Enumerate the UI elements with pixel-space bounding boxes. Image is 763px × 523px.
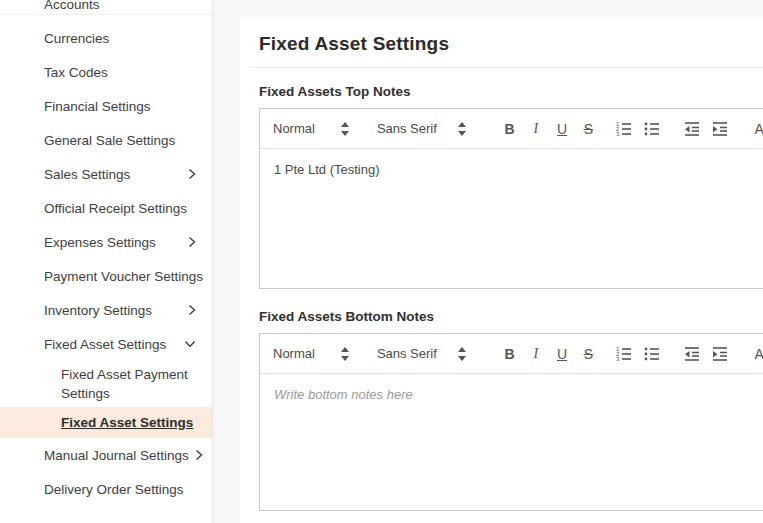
svg-text:3: 3 bbox=[616, 131, 620, 137]
settings-page: Accounts Currencies Tax Codes Financial … bbox=[0, 0, 763, 523]
sidebar-item-manual-journal-settings[interactable]: Manual Journal Settings bbox=[0, 438, 212, 472]
indent-buttons-group bbox=[683, 345, 729, 363]
chevron-right-icon bbox=[188, 236, 196, 248]
top-notes-label: Fixed Assets Top Notes bbox=[259, 84, 763, 99]
ordered-list-button[interactable]: 1 2 3 bbox=[615, 345, 633, 363]
sidebar-item-expenses-settings[interactable]: Expenses Settings bbox=[0, 225, 212, 259]
sidebar-item-label: Expenses Settings bbox=[44, 235, 156, 250]
indent-button[interactable] bbox=[711, 345, 729, 363]
sidebar-item-fixed-asset-settings-group[interactable]: Fixed Asset Settings bbox=[0, 327, 212, 361]
sidebar-item-label: Accounts bbox=[44, 0, 100, 12]
italic-button[interactable]: I bbox=[523, 109, 549, 149]
page-title: Fixed Asset Settings bbox=[259, 31, 763, 57]
sidebar-item-tax-codes[interactable]: Tax Codes bbox=[0, 55, 212, 89]
font-family-select[interactable]: Sans Serif bbox=[377, 346, 467, 361]
bold-button[interactable]: B bbox=[496, 109, 522, 149]
bullet-list-button[interactable] bbox=[643, 345, 661, 363]
format-select-value: Normal bbox=[273, 346, 315, 361]
chevron-right-icon bbox=[188, 168, 196, 180]
sidebar-item-official-receipt-settings[interactable]: Official Receipt Settings bbox=[0, 191, 212, 225]
fixed-asset-settings-panel: Fixed Asset Settings Fixed Assets Top No… bbox=[240, 17, 763, 523]
bold-button[interactable]: B bbox=[496, 334, 522, 374]
sidebar-item-financial-settings[interactable]: Financial Settings bbox=[0, 89, 212, 123]
bottom-notes-textarea[interactable]: Write bottom notes here bbox=[260, 374, 763, 510]
sidebar-item-label: Sales Settings bbox=[44, 167, 130, 182]
sidebar-item-label: Currencies bbox=[44, 31, 109, 46]
strikethrough-button[interactable]: S bbox=[575, 334, 601, 374]
format-select-value: Normal bbox=[273, 121, 315, 136]
editor-toolbar: Normal Sans Serif B I U S 1 bbox=[260, 334, 763, 374]
sidebar-item-label: General Sale Settings bbox=[44, 133, 175, 148]
sidebar-item-payment-voucher-settings[interactable]: Payment Voucher Settings bbox=[0, 259, 212, 293]
sidebar-item-fixed-asset-payment-settings[interactable]: Fixed Asset Payment Settings bbox=[0, 361, 212, 407]
list-buttons-group: 1 2 3 bbox=[615, 345, 661, 363]
outdent-button[interactable] bbox=[683, 120, 701, 138]
top-notes-editor: Normal Sans Serif B I U S 1 bbox=[259, 108, 763, 289]
sidebar-item-sales-settings[interactable]: Sales Settings bbox=[0, 157, 212, 191]
strikethrough-button[interactable]: S bbox=[575, 109, 601, 149]
text-color-label: A bbox=[751, 347, 763, 361]
underline-button[interactable]: U bbox=[549, 109, 575, 149]
editor-toolbar: Normal Sans Serif B I U S 1 bbox=[260, 109, 763, 149]
sidebar-item-inventory-settings[interactable]: Inventory Settings bbox=[0, 293, 212, 327]
sidebar-item-fixed-asset-settings-selected[interactable]: Fixed Asset Settings bbox=[0, 407, 212, 438]
text-color-label: A bbox=[751, 122, 763, 136]
sidebar-divider bbox=[0, 14, 212, 15]
chevron-right-icon bbox=[188, 304, 196, 316]
text-color-button[interactable]: A bbox=[751, 347, 763, 361]
indent-button[interactable] bbox=[711, 120, 729, 138]
bullet-list-button[interactable] bbox=[643, 120, 661, 138]
sidebar-item-accounts[interactable]: Accounts bbox=[0, 0, 212, 14]
sidebar-item-label: Inventory Settings bbox=[44, 303, 152, 318]
text-color-button[interactable]: A bbox=[751, 122, 763, 136]
top-notes-textarea[interactable]: 1 Pte Ltd (Testing) bbox=[260, 149, 763, 288]
svg-text:3: 3 bbox=[616, 356, 620, 362]
paragraph-format-select[interactable]: Normal bbox=[273, 346, 349, 361]
indent-buttons-group bbox=[683, 120, 729, 138]
sidebar-item-label: Fixed Asset Settings bbox=[61, 415, 193, 430]
chevron-right-icon bbox=[195, 449, 203, 461]
select-arrows-icon bbox=[341, 347, 349, 361]
sidebar-item-label: Fixed Asset Settings bbox=[44, 337, 166, 352]
title-divider bbox=[250, 67, 763, 68]
paragraph-format-select[interactable]: Normal bbox=[273, 121, 349, 136]
sidebar-item-label: Delivery Order Settings bbox=[44, 482, 184, 497]
sidebar-item-label: Tax Codes bbox=[44, 65, 108, 80]
bottom-notes-placeholder: Write bottom notes here bbox=[274, 387, 413, 402]
sidebar-item-label: Payment Voucher Settings bbox=[44, 269, 203, 284]
sidebar-item-label: Financial Settings bbox=[44, 99, 151, 114]
top-notes-text: 1 Pte Ltd (Testing) bbox=[274, 162, 380, 177]
chevron-down-icon bbox=[184, 340, 196, 348]
bottom-notes-label: Fixed Assets Bottom Notes bbox=[259, 309, 763, 324]
font-family-select[interactable]: Sans Serif bbox=[377, 121, 467, 136]
settings-sidebar: Accounts Currencies Tax Codes Financial … bbox=[0, 0, 213, 523]
sidebar-item-label: Manual Journal Settings bbox=[44, 448, 189, 463]
font-select-value: Sans Serif bbox=[377, 346, 437, 361]
outdent-button[interactable] bbox=[683, 345, 701, 363]
sidebar-item-general-sale-settings[interactable]: General Sale Settings bbox=[0, 123, 212, 157]
select-arrows-icon bbox=[458, 347, 466, 361]
sidebar-item-delivery-order-settings[interactable]: Delivery Order Settings bbox=[0, 472, 212, 506]
list-buttons-group: 1 2 3 bbox=[615, 120, 661, 138]
sidebar-item-label: Official Receipt Settings bbox=[44, 201, 187, 216]
ordered-list-button[interactable]: 1 2 3 bbox=[615, 120, 633, 138]
select-arrows-icon bbox=[341, 122, 349, 136]
bottom-notes-editor: Normal Sans Serif B I U S 1 bbox=[259, 333, 763, 511]
font-select-value: Sans Serif bbox=[377, 121, 437, 136]
sidebar-item-currencies[interactable]: Currencies bbox=[0, 21, 212, 55]
italic-button[interactable]: I bbox=[523, 334, 549, 374]
sidebar-item-label: Fixed Asset Payment Settings bbox=[61, 365, 196, 403]
select-arrows-icon bbox=[458, 122, 466, 136]
underline-button[interactable]: U bbox=[549, 334, 575, 374]
